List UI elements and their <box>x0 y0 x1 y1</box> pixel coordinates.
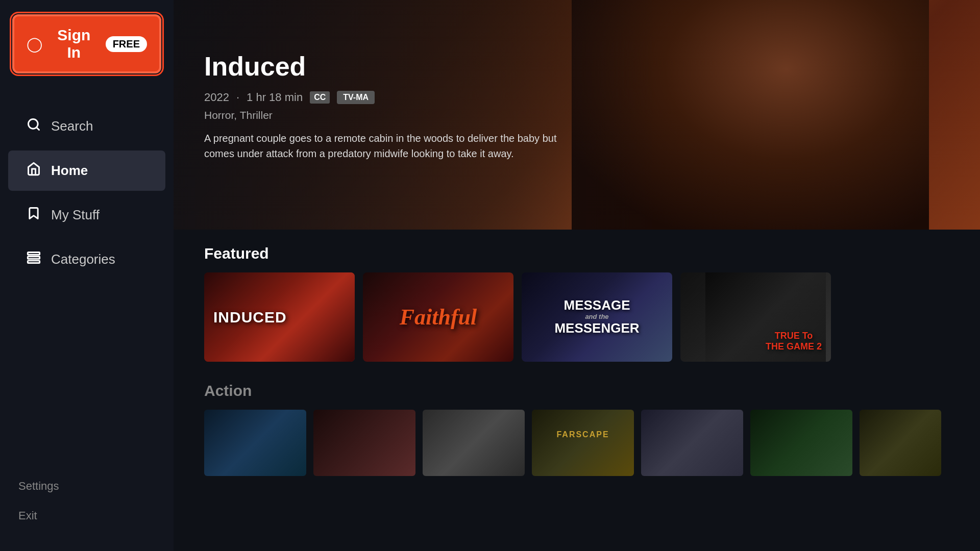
search-icon <box>27 117 41 135</box>
true-card-bg: TRUE ToTHE GAME 2 <box>680 272 831 362</box>
action-card-5[interactable] <box>641 410 743 476</box>
hero-description: A pregnant couple goes to a remote cabin… <box>204 131 572 161</box>
svg-rect-2 <box>28 253 39 255</box>
categories-label: Categories <box>51 252 115 267</box>
cc-badge: CC <box>310 91 330 104</box>
featured-title: Featured <box>204 245 949 262</box>
sidebar-item-categories[interactable]: Categories <box>8 239 165 280</box>
action-card-3-bg <box>423 410 525 476</box>
main-content: Induced 2022 · 1 hr 18 min CC TV-MA Horr… <box>174 0 980 551</box>
action-title: Action <box>204 382 949 399</box>
my-stuff-label: My Stuff <box>51 207 100 223</box>
content-sections: Featured INDUCED Faithful MES <box>174 230 980 551</box>
action-card-7[interactable] <box>860 410 941 476</box>
settings-link[interactable]: Settings <box>18 477 155 496</box>
svg-line-1 <box>36 127 39 130</box>
svg-rect-4 <box>28 261 39 263</box>
rating-badge: TV-MA <box>337 91 375 104</box>
categories-icon <box>27 251 41 268</box>
action-card-3[interactable] <box>423 410 525 476</box>
hero-section: Induced 2022 · 1 hr 18 min CC TV-MA Horr… <box>174 0 980 230</box>
action-card-6[interactable] <box>750 410 852 476</box>
message-card-bg: MESSAGE and the MESSENGER <box>522 272 672 362</box>
featured-card-induced[interactable]: INDUCED <box>204 272 355 362</box>
person-icon: ◯ <box>27 36 42 53</box>
messenger-label: MESSENGER <box>554 320 639 336</box>
featured-row: INDUCED Faithful MESSAGE and the MESSENG… <box>204 272 949 362</box>
induced-card-title: INDUCED <box>213 309 287 325</box>
sidebar-item-search[interactable]: Search <box>8 106 165 146</box>
sidebar: ◯ Sign In FREE Search Home <box>0 0 174 551</box>
faithful-card-title: Faithful <box>400 304 477 330</box>
free-badge: FREE <box>106 36 147 52</box>
hero-year: 2022 <box>204 91 229 104</box>
sidebar-nav: Search Home My Stuff <box>0 84 174 461</box>
bookmark-icon <box>27 206 41 224</box>
action-card-2-bg <box>313 410 415 476</box>
faithful-card-bg: Faithful <box>363 272 513 362</box>
action-card-1[interactable] <box>204 410 306 476</box>
sign-in-button-wrapper: ◯ Sign In FREE <box>0 0 174 84</box>
exit-link[interactable]: Exit <box>18 506 155 525</box>
sign-in-label: Sign In <box>48 27 100 61</box>
hero-title: Induced <box>204 51 572 82</box>
action-card-farscape[interactable]: FARSCAPE <box>532 410 634 476</box>
featured-card-true[interactable]: TRUE ToTHE GAME 2 <box>680 272 831 362</box>
sidebar-item-home[interactable]: Home <box>8 151 165 191</box>
svg-rect-3 <box>28 257 39 259</box>
action-row: FARSCAPE <box>204 410 949 476</box>
hero-meta: 2022 · 1 hr 18 min CC TV-MA <box>204 91 572 104</box>
hero-duration: 1 hr 18 min <box>247 91 303 104</box>
hero-dot: · <box>236 91 239 104</box>
message-card-title: MESSAGE <box>564 298 630 313</box>
sidebar-item-my-stuff[interactable]: My Stuff <box>8 195 165 235</box>
hero-info: Induced 2022 · 1 hr 18 min CC TV-MA Horr… <box>204 51 572 161</box>
home-icon <box>27 162 41 180</box>
featured-card-message[interactable]: MESSAGE and the MESSENGER <box>522 272 672 362</box>
sidebar-footer: Settings Exit <box>0 461 174 551</box>
search-label: Search <box>51 118 93 134</box>
home-label: Home <box>51 163 88 179</box>
hero-genre: Horror, Thriller <box>204 109 572 121</box>
farscape-title: FARSCAPE <box>532 430 634 439</box>
sign-in-button[interactable]: ◯ Sign In FREE <box>12 14 161 73</box>
true-card-title: TRUE ToTHE GAME 2 <box>766 331 822 353</box>
action-card-2[interactable] <box>313 410 415 476</box>
action-card-1-bg <box>204 410 306 476</box>
message-and-label: and the <box>585 313 608 320</box>
featured-card-faithful[interactable]: Faithful <box>363 272 513 362</box>
